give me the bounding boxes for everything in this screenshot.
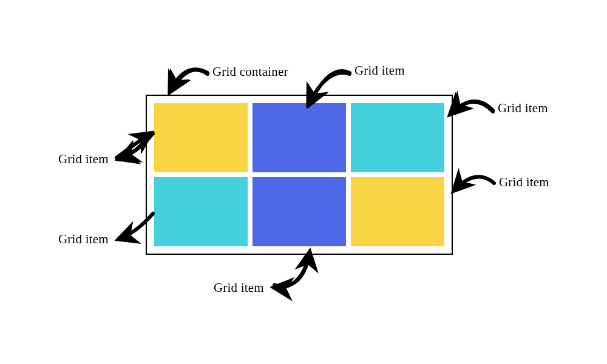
label-grid-item-top-right: Grid item <box>498 101 548 116</box>
diagram-stage: Grid container Grid item Grid item Grid … <box>0 0 607 364</box>
arrow-to-item-3 <box>452 101 493 113</box>
grid-item-3 <box>351 103 444 172</box>
grid-item-6 <box>351 177 444 246</box>
label-grid-item-left-1: Grid item <box>58 152 109 167</box>
grid-item-2 <box>253 103 346 172</box>
arrow-to-item-6 <box>454 177 494 190</box>
grid-item-4 <box>154 177 248 246</box>
grid-item-1 <box>154 103 248 172</box>
label-grid-item-left-2: Grid item <box>58 232 109 247</box>
grid-container <box>146 95 453 255</box>
arrow-to-item-5-rev <box>274 252 310 286</box>
label-grid-item-bottom: Grid item <box>214 280 264 295</box>
grid-item-5 <box>253 177 346 246</box>
arrow-container <box>171 70 208 91</box>
label-grid-item-right-mid: Grid item <box>499 175 549 190</box>
label-grid-item-top: Grid item <box>354 63 405 78</box>
arrow-item-top-right <box>450 102 493 114</box>
arrow-to-item-5 <box>274 252 310 288</box>
label-grid-container: Grid container <box>212 64 288 79</box>
arrow-to-container <box>170 69 208 91</box>
